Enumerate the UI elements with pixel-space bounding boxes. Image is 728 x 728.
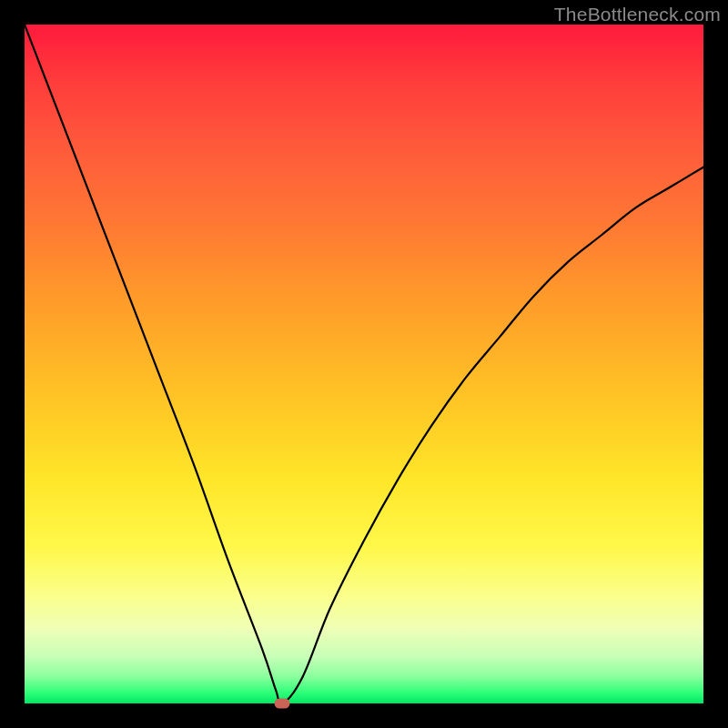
chart-frame [25,25,703,703]
chart-marker [275,699,290,709]
watermark-text: TheBottleneck.com [554,4,721,25]
chart-background-gradient [25,25,703,703]
